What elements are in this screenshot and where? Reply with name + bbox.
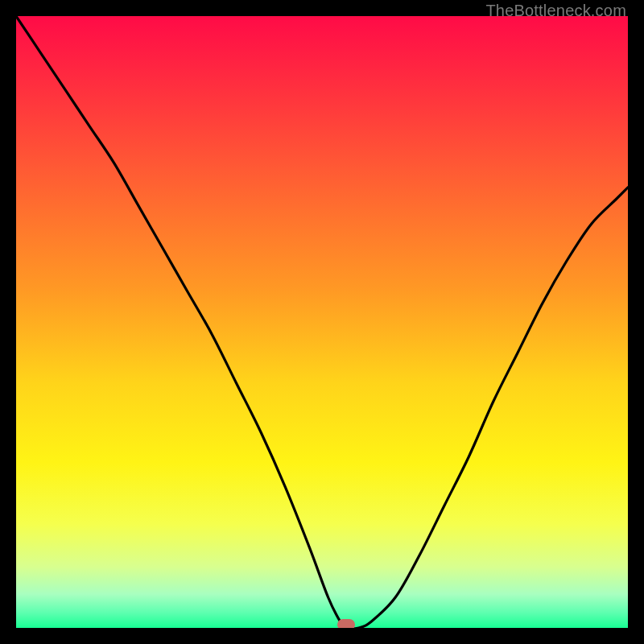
bottleneck-curve [16,16,628,628]
attribution-label: TheBottleneck.com [485,2,626,20]
chart-stage: TheBottleneck.com [0,0,644,644]
plot-area [16,16,628,628]
optimal-marker [337,619,355,628]
